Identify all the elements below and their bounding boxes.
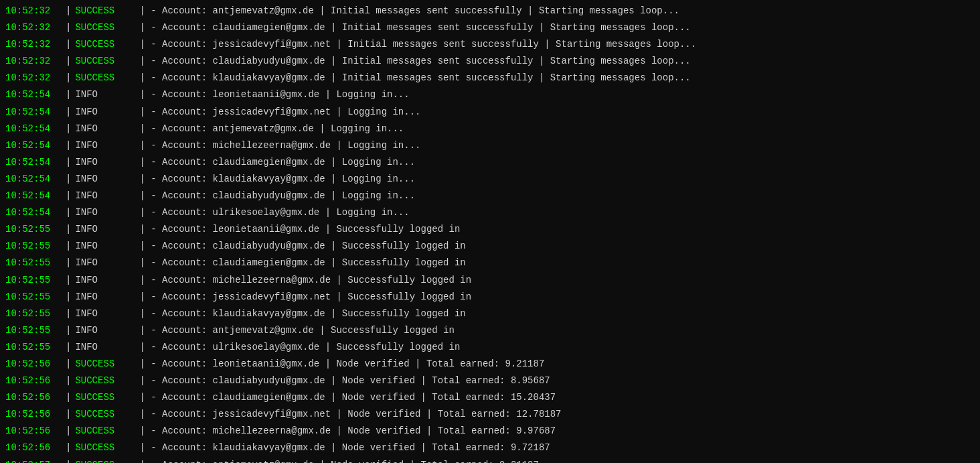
separator: | <box>66 105 71 120</box>
log-level: INFO <box>75 138 129 153</box>
log-timestamp: 10:52:54 <box>5 172 59 187</box>
separator: | <box>66 356 71 372</box>
separator: | <box>66 222 71 237</box>
log-timestamp: 10:52:56 <box>5 423 59 439</box>
log-message: | - Account: ulrikesoelay@gmx.de | Succe… <box>139 340 460 355</box>
log-timestamp: 10:52:54 <box>5 138 59 153</box>
log-level: SUCCESS <box>75 70 129 86</box>
separator: | <box>66 138 71 153</box>
log-message: | - Account: jessicadevyfi@gmx.net | Log… <box>139 105 420 120</box>
log-line: 10:52:56|SUCCESS| - Account: jessicadevy… <box>0 406 980 423</box>
log-container: 10:52:32|SUCCESS| - Account: antjemevatz… <box>0 0 980 463</box>
log-line: 10:52:32|SUCCESS| - Account: antjemevatz… <box>0 3 980 19</box>
log-level: SUCCESS <box>75 20 129 36</box>
log-level: INFO <box>75 172 129 187</box>
log-level: SUCCESS <box>75 458 129 463</box>
log-line: 10:52:54|INFO| - Account: klaudiakavyay@… <box>0 171 980 188</box>
log-level: INFO <box>75 239 129 254</box>
log-message: | - Account: jessicadevyfi@gmx.net | Ini… <box>139 37 696 52</box>
log-level: INFO <box>75 87 129 103</box>
log-line: 10:52:54|INFO| - Account: leonietaanii@g… <box>0 86 980 103</box>
log-line: 10:52:54|INFO| - Account: ulrikesoelay@g… <box>0 204 980 221</box>
log-level: INFO <box>75 121 129 137</box>
separator: | <box>66 121 71 137</box>
separator: | <box>66 255 71 271</box>
log-line: 10:52:55|INFO| - Account: claudiamegien@… <box>0 255 980 271</box>
log-timestamp: 10:52:32 <box>5 70 59 86</box>
log-level: SUCCESS <box>75 390 129 405</box>
log-level: INFO <box>75 205 129 220</box>
log-timestamp: 10:52:56 <box>5 440 59 456</box>
log-timestamp: 10:52:54 <box>5 155 59 170</box>
log-line: 10:52:55|INFO| - Account: michellezeerna… <box>0 272 980 289</box>
log-timestamp: 10:52:54 <box>5 121 59 137</box>
log-timestamp: 10:52:55 <box>5 222 59 237</box>
separator: | <box>66 440 71 456</box>
log-timestamp: 10:52:54 <box>5 205 59 220</box>
log-timestamp: 10:52:56 <box>5 356 59 372</box>
log-message: | - Account: claudiamegien@gmx.de | Node… <box>139 390 556 405</box>
log-line: 10:52:55|INFO| - Account: ulrikesoelay@g… <box>0 339 980 356</box>
log-message: | - Account: jessicadevyfi@gmx.net | Suc… <box>139 289 471 305</box>
log-timestamp: 10:52:54 <box>5 105 59 120</box>
log-message: | - Account: klaudiakavyay@gmx.de | Init… <box>139 70 690 86</box>
log-line: 10:52:32|SUCCESS| - Account: klaudiakavy… <box>0 70 980 86</box>
log-level: SUCCESS <box>75 3 129 19</box>
separator: | <box>66 205 71 220</box>
log-message: | - Account: klaudiakavyay@gmx.de | Node… <box>139 440 550 456</box>
separator: | <box>66 273 71 288</box>
log-level: SUCCESS <box>75 37 129 52</box>
log-timestamp: 10:52:55 <box>5 273 59 288</box>
separator: | <box>66 458 71 463</box>
log-level: SUCCESS <box>75 423 129 439</box>
log-line: 10:52:55|INFO| - Account: leonietaanii@g… <box>0 221 980 238</box>
log-level: INFO <box>75 289 129 305</box>
log-timestamp: 10:52:32 <box>5 54 59 69</box>
log-line: 10:52:54|INFO| - Account: michellezeerna… <box>0 137 980 154</box>
separator: | <box>66 407 71 422</box>
separator: | <box>66 87 71 103</box>
log-line: 10:52:55|INFO| - Account: klaudiakavyay@… <box>0 306 980 322</box>
separator: | <box>66 340 71 355</box>
log-line: 10:52:32|SUCCESS| - Account: claudiabyud… <box>0 53 980 70</box>
log-message: | - Account: claudiamegien@gmx.de | Logg… <box>139 155 415 170</box>
log-level: INFO <box>75 105 129 120</box>
separator: | <box>66 172 71 187</box>
log-timestamp: 10:52:56 <box>5 407 59 422</box>
log-line: 10:52:57|SUCCESS| - Account: antjemevatz… <box>0 457 980 463</box>
log-line: 10:52:56|SUCCESS| - Account: klaudiakavy… <box>0 440 980 456</box>
log-message: | - Account: antjemevatz@gmx.de | Node v… <box>139 458 539 463</box>
log-timestamp: 10:52:55 <box>5 323 59 338</box>
log-line: 10:52:56|SUCCESS| - Account: claudiabyud… <box>0 373 980 389</box>
log-level: SUCCESS <box>75 54 129 69</box>
log-message: | - Account: michellezeerna@gmx.de | Log… <box>139 138 420 153</box>
log-level: INFO <box>75 155 129 170</box>
log-timestamp: 10:52:56 <box>5 390 59 405</box>
log-level: SUCCESS <box>75 356 129 372</box>
log-timestamp: 10:52:55 <box>5 306 59 322</box>
log-message: | - Account: leonietaanii@gmx.de | Loggi… <box>139 87 409 103</box>
log-line: 10:52:56|SUCCESS| - Account: claudiamegi… <box>0 389 980 406</box>
separator: | <box>66 390 71 405</box>
log-timestamp: 10:52:32 <box>5 3 59 19</box>
separator: | <box>66 289 71 305</box>
log-message: | - Account: ulrikesoelay@gmx.de | Loggi… <box>139 205 409 220</box>
separator: | <box>66 3 71 19</box>
separator: | <box>66 54 71 69</box>
log-level: INFO <box>75 222 129 237</box>
separator: | <box>66 323 71 338</box>
log-timestamp: 10:52:55 <box>5 255 59 271</box>
log-message: | - Account: claudiabyudyu@gmx.de | Node… <box>139 373 550 389</box>
log-line: 10:52:32|SUCCESS| - Account: claudiamegi… <box>0 19 980 36</box>
separator: | <box>66 188 71 204</box>
log-message: | - Account: leonietaanii@gmx.de | Node … <box>139 356 544 372</box>
log-message: | - Account: claudiamegien@gmx.de | Init… <box>139 20 690 36</box>
log-timestamp: 10:52:55 <box>5 340 59 355</box>
separator: | <box>66 423 71 439</box>
log-line: 10:52:54|INFO| - Account: claudiamegien@… <box>0 154 980 171</box>
log-timestamp: 10:52:55 <box>5 239 59 254</box>
log-timestamp: 10:52:56 <box>5 373 59 389</box>
log-level: INFO <box>75 323 129 338</box>
log-timestamp: 10:52:55 <box>5 289 59 305</box>
log-message: | - Account: leonietaanii@gmx.de | Succe… <box>139 222 460 237</box>
